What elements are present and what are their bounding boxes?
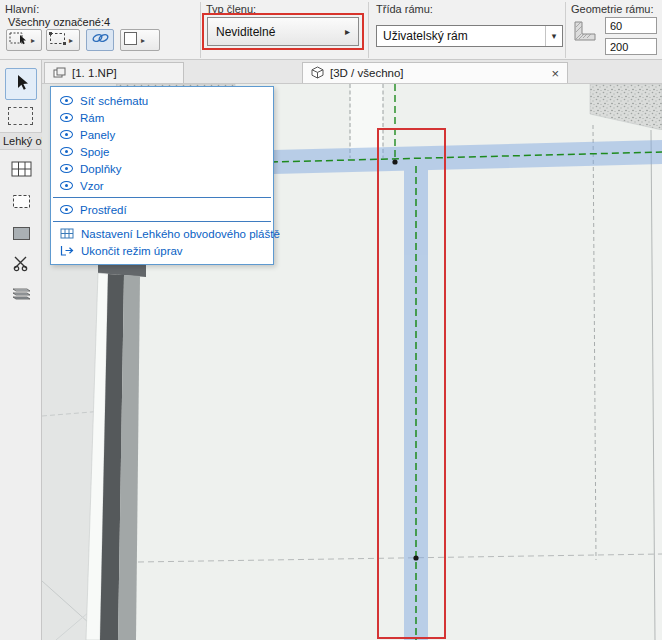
popup-item-pattern[interactable]: Vzor [51, 177, 273, 194]
marquee-icon [49, 31, 66, 49]
chain-link-icon [91, 31, 110, 49]
main-section-label: Hlavní: [5, 3, 39, 15]
marquee-select-button[interactable]: ▸ [46, 29, 80, 51]
popup-item-label: Ukončit režim úprav [81, 245, 183, 257]
tab-floor-plan-label: [1. 1.NP] [72, 67, 117, 79]
frame-width-input[interactable] [605, 17, 657, 34]
scheme-grid-tool-button[interactable] [7, 156, 35, 182]
square-outline-icon [123, 31, 138, 50]
tab-3d-view[interactable]: [3D / všechno] × [302, 62, 568, 83]
popup-item-label: Prostředí [80, 204, 127, 216]
popup-item-label: Nastavení Lehkého obvodového pláště [81, 228, 280, 240]
eye-icon [60, 205, 73, 214]
application-window: Hlavní: Všechny označené:4 ▸ ▸ ▸ [0, 0, 662, 640]
frame-class-value: Uživatelský rám [383, 29, 545, 43]
accessory-tool-button[interactable] [7, 280, 35, 306]
floor-plan-icon [53, 67, 66, 80]
eye-icon [60, 96, 73, 105]
marquee-edit-icon [9, 31, 28, 49]
selection-status: Všechny označené:4 [8, 16, 110, 28]
tab-3d-view-label: [3D / všechno] [330, 67, 404, 79]
popup-item-panels[interactable]: Panely [51, 126, 273, 143]
frame-height-input[interactable] [605, 38, 657, 55]
member-type-value: Neviditelné [216, 25, 345, 39]
toolbar-separator [200, 2, 201, 58]
toolbar-separator [368, 2, 369, 58]
eye-icon [60, 130, 73, 139]
top-toolbar: Hlavní: Všechny označené:4 ▸ ▸ ▸ [0, 0, 662, 60]
toolbar-separator [565, 2, 566, 58]
popup-item-accessories[interactable]: Doplňky [51, 160, 273, 177]
caret-down-icon: ▾ [545, 26, 562, 46]
popup-separator [53, 197, 271, 198]
popup-item-joints[interactable]: Spoje [51, 143, 273, 160]
frame-geometry-label: Geometrie rámu: [571, 3, 654, 15]
popup-item-label: Panely [80, 129, 115, 141]
popup-separator [53, 221, 271, 222]
tab-bar: [1. 1.NP] [3D / všechno] × [42, 60, 662, 84]
popup-item-label: Vzor [80, 180, 104, 192]
tab-close-icon[interactable]: × [551, 66, 559, 81]
curtain-wall-display-popup: Síť schématu Rám Panely Spoje Doplňky Vz… [50, 86, 274, 265]
eye-icon [60, 113, 73, 122]
caret-right-icon: ▸ [68, 36, 74, 45]
panel-tool-button[interactable] [7, 220, 35, 246]
tool-sidebar: Lehký ob [0, 60, 42, 640]
boundary-tool-button[interactable] [7, 188, 35, 214]
panel-shape-button[interactable]: ▸ [120, 29, 160, 51]
popup-item-environment[interactable]: Prostředí [51, 201, 273, 218]
popup-item-label: Rám [80, 112, 104, 124]
curtain-wall-panel-label: Lehký ob [0, 132, 42, 150]
caret-right-icon: ▸ [345, 26, 350, 37]
popup-item-scheme-grid[interactable]: Síť schématu [51, 92, 273, 109]
exit-door-icon [60, 245, 74, 256]
eye-icon [60, 164, 73, 173]
eye-icon [60, 147, 73, 156]
popup-item-label: Spoje [80, 146, 109, 158]
marquee-tool-button[interactable] [8, 107, 33, 125]
frame-class-dropdown[interactable]: Uživatelský rám ▾ [376, 25, 563, 47]
junction-tool-button[interactable] [7, 250, 35, 276]
frame-class-label: Třída rámu: [376, 3, 433, 15]
tab-floor-plan[interactable]: [1. 1.NP] [44, 62, 184, 83]
settings-grid-icon [60, 228, 74, 239]
caret-right-icon: ▸ [140, 36, 146, 45]
popup-item-exit-edit-mode[interactable]: Ukončit režim úprav [51, 242, 273, 259]
link-chain-button[interactable] [86, 29, 114, 51]
member-type-combo[interactable]: Neviditelné ▸ [207, 17, 359, 46]
frame-geometry-icon [571, 19, 599, 49]
marquee-edit-button[interactable]: ▸ [6, 29, 42, 51]
member-type-label: Typ členu: [206, 3, 256, 15]
cube-3d-icon [311, 66, 324, 81]
cursor-arrow-icon [14, 74, 29, 95]
eye-icon [60, 181, 73, 190]
select-tool-button[interactable] [5, 68, 37, 100]
popup-item-settings[interactable]: Nastavení Lehkého obvodového pláště [51, 225, 273, 242]
popup-item-label: Doplňky [80, 163, 122, 175]
popup-item-label: Síť schématu [80, 95, 148, 107]
popup-item-frame[interactable]: Rám [51, 109, 273, 126]
caret-right-icon: ▸ [30, 36, 36, 45]
